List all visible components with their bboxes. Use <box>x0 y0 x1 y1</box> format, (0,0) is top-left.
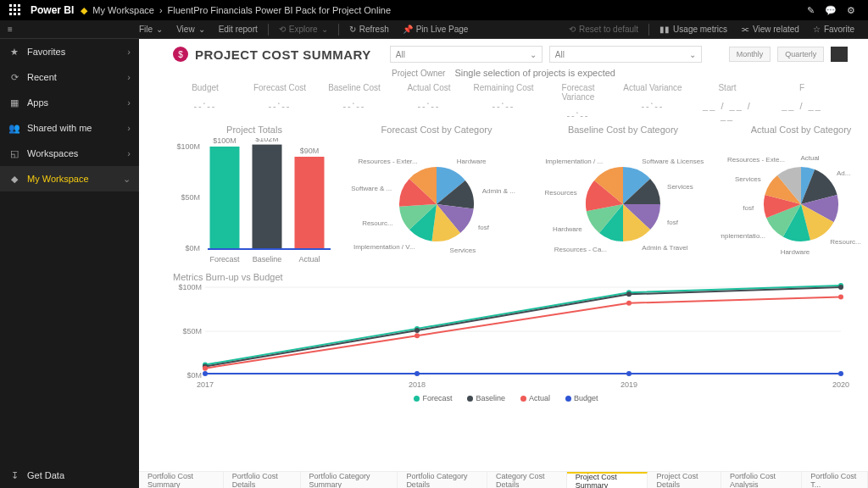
svg-text:Implementatio...: Implementatio... <box>721 232 765 240</box>
pin-live-page-button[interactable]: 📌Pin Live Page <box>396 25 476 34</box>
sidebar-item-my-workspace[interactable]: ◆My Workspace⌄ <box>0 166 139 191</box>
breadcrumb-workspace[interactable]: My Workspace <box>92 5 154 15</box>
kpi-card: Actual Cost--‘-- <box>397 83 461 121</box>
page-tab[interactable]: Portfolio Cost Details <box>224 472 301 488</box>
svg-rect-1 <box>14 4 16 7</box>
explore-button[interactable]: ⟲Explore⌄ <box>272 25 335 34</box>
page-tab[interactable]: Portfolio Cost Summary <box>139 472 224 488</box>
svg-text:Software & Licenses: Software & Licenses <box>642 158 704 165</box>
page-tab[interactable]: Portfolio Category Summary <box>301 472 398 488</box>
sidebar-item-label: Apps <box>27 97 48 108</box>
project-owner-label: Project Owner <box>392 69 445 78</box>
kpi-value: --‘-- <box>546 110 610 120</box>
sidebar-item-label: Workspaces <box>27 148 78 158</box>
svg-text:Hardware: Hardware <box>781 248 810 256</box>
project-owner-message: Single selection of projects is expected <box>454 68 615 78</box>
page-tab[interactable]: Portfolio Cost Analysis <box>721 472 802 488</box>
project-owner-row: Project Owner Single selection of projec… <box>139 66 868 83</box>
svg-text:Actual: Actual <box>298 255 320 263</box>
chevron-right-icon: › <box>127 47 131 57</box>
settings-gear-icon[interactable]: ⚙ <box>841 5 861 16</box>
chevron-right-icon: › <box>127 72 131 82</box>
pill-quarterly[interactable]: Quarterly <box>777 47 824 62</box>
kpi-value: __ / __ <box>770 101 834 111</box>
sidebar-item-apps[interactable]: ▦Apps› <box>0 90 139 115</box>
page-tabs: Portfolio Cost SummaryPortfolio Cost Det… <box>139 471 868 488</box>
page-tab[interactable]: Portfolio Cost T... <box>802 472 868 488</box>
svg-text:Hardware: Hardware <box>553 225 582 233</box>
file-menu[interactable]: File⌄ <box>132 25 170 34</box>
pill-dark[interactable] <box>831 47 848 62</box>
svg-rect-4 <box>14 8 16 11</box>
svg-rect-12 <box>210 147 240 248</box>
related-icon: ⫘ <box>741 25 749 34</box>
kpi-title: Baseline Cost <box>322 83 387 92</box>
kpi-card: Remaining Cost--‘-- <box>471 83 536 121</box>
favorite-button[interactable]: ☆Favorite <box>806 25 861 34</box>
page-tab[interactable]: Category Cost Details <box>487 472 567 488</box>
svg-point-61 <box>415 328 420 333</box>
kpi-title: Actual Cost <box>397 83 461 92</box>
kpi-title: Remaining Cost <box>471 83 536 92</box>
burnup-chart-title: Metrics Burn-up vs Budget <box>139 269 868 282</box>
page-tab[interactable]: Portfolio Category Details <box>398 472 487 488</box>
svg-text:Implementation / V...: Implementation / V... <box>353 243 415 251</box>
slicer-1[interactable]: All⌄ <box>390 46 542 63</box>
edit-report-button[interactable]: Edit report <box>212 25 264 34</box>
kpi-card: Baseline Cost--‘-- <box>322 83 387 121</box>
sidebar-item-workspaces[interactable]: ◱Workspaces› <box>0 141 139 166</box>
sidebar-item-favorites[interactable]: ★Favorites› <box>0 39 139 64</box>
app-launcher-icon[interactable] <box>7 2 24 19</box>
breadcrumb-report[interactable]: FluentPro Financials Power BI Pack for P… <box>168 5 392 15</box>
svg-text:2019: 2019 <box>620 380 637 389</box>
pill-monthly[interactable]: Monthly <box>729 47 771 62</box>
hamburger-icon[interactable]: ≡ <box>0 25 20 34</box>
svg-point-62 <box>626 291 632 297</box>
chevron-down-icon: ⌄ <box>156 25 163 34</box>
reset-to-default-button[interactable]: ⟲Reset to default <box>562 25 645 34</box>
compass-icon: ⟲ <box>279 25 286 34</box>
kpi-value: --‘-- <box>322 101 387 111</box>
kpi-value: --‘-- <box>248 101 312 111</box>
svg-text:Actual: Actual <box>800 154 819 162</box>
product-name: Power BI <box>31 4 74 16</box>
chat-icon[interactable]: 💬 <box>821 5 841 16</box>
svg-text:Forecast: Forecast <box>209 255 240 263</box>
kpi-title: Forecast Cost <box>248 83 312 92</box>
chevron-right-icon: › <box>127 97 131 108</box>
breadcrumb: ◆ My Workspace › FluentPro Financials Po… <box>81 5 391 16</box>
nav-icon: ⟳ <box>8 72 20 83</box>
svg-text:Admin & Travel: Admin & Travel <box>642 244 687 252</box>
page-title: PROJECT COST SUMMARY <box>195 47 371 62</box>
report-canvas: $ PROJECT COST SUMMARY All⌄ All⌄ Monthly… <box>139 39 868 488</box>
svg-text:$100M: $100M <box>178 283 202 291</box>
kpi-card: Start__ / __ / __ <box>695 83 760 121</box>
refresh-button[interactable]: ↻Refresh <box>342 25 396 34</box>
nav-icon: ▦ <box>8 97 20 108</box>
svg-point-65 <box>415 333 420 338</box>
view-menu[interactable]: View⌄ <box>170 25 212 34</box>
svg-point-71 <box>838 371 843 376</box>
usage-metrics-button[interactable]: ▮▮Usage metrics <box>653 25 734 34</box>
svg-text:Hardware: Hardware <box>457 158 487 165</box>
svg-rect-6 <box>9 13 12 15</box>
sidebar-item-shared-with-me[interactable]: 👥Shared with me› <box>0 115 139 141</box>
svg-text:2020: 2020 <box>832 380 849 389</box>
slicer-1-value: All <box>396 50 405 59</box>
sidebar-item-label: My Workspace <box>27 174 89 184</box>
svg-text:$50M: $50M <box>181 193 200 202</box>
svg-rect-15 <box>253 145 282 248</box>
kpi-card: F__ / __ <box>770 83 834 121</box>
page-tab[interactable]: Project Cost Details <box>648 472 721 488</box>
get-data-button[interactable]: ↧ Get Data <box>0 463 139 488</box>
svg-text:$0M: $0M <box>185 244 200 252</box>
page-badge-icon: $ <box>173 47 188 62</box>
sidebar-item-recent[interactable]: ⟳Recent› <box>0 64 139 90</box>
page-tab[interactable]: Project Cost Summary <box>567 472 648 488</box>
chart-baseline-cost-category: Baseline Cost by Category Software & Lic… <box>534 125 712 269</box>
view-related-button[interactable]: ⫘View related <box>734 25 806 34</box>
kpi-card: Forecast Variance--‘-- <box>546 83 610 121</box>
edit-pencil-icon[interactable]: ✎ <box>800 5 821 16</box>
svg-text:$100M: $100M <box>213 138 236 145</box>
slicer-2[interactable]: All⌄ <box>549 46 702 63</box>
